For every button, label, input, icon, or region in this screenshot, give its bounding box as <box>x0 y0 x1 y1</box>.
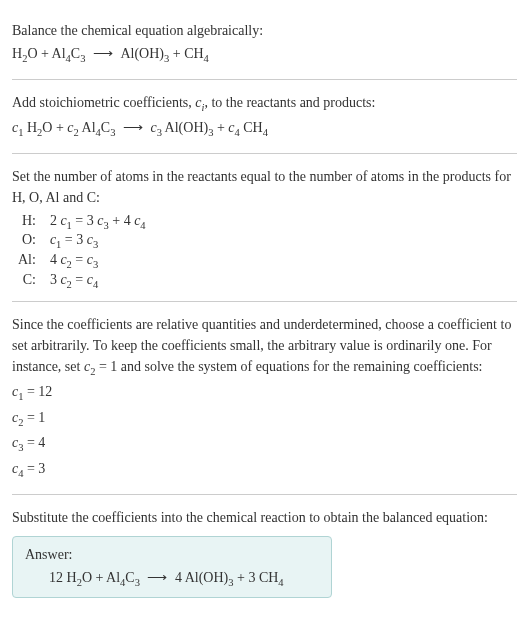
intro-equation: H2O + Al4C3 ⟶ Al(OH)3 + CH4 <box>12 43 517 67</box>
arrow-icon: ⟶ <box>85 46 120 61</box>
eq-text: H <box>23 120 37 135</box>
stoich-equation: c1 H2O + c2 Al4C3 ⟶ c3 Al(OH)3 + c4 CH4 <box>12 117 517 141</box>
stoich-text: Add stoichiometric coefficients, ci, to … <box>12 92 517 116</box>
eq-text: Al(OH) <box>162 120 208 135</box>
atoms-text: Set the number of atoms in the reactants… <box>12 166 517 208</box>
stoich-section: Add stoichiometric coefficients, ci, to … <box>12 80 517 153</box>
eq-text: C <box>71 46 80 61</box>
arrow-icon: ⟶ <box>140 570 175 585</box>
table-row: O: c1 = 3 c3 <box>12 231 152 251</box>
table-row: C: 3 c2 = c4 <box>12 271 152 291</box>
eq-text: Al(OH) <box>120 46 164 61</box>
eq-text: + <box>213 120 228 135</box>
atom-label: H: <box>12 212 44 232</box>
eq-text: Al <box>79 120 96 135</box>
coeff-line: c1 = 12 <box>12 381 517 405</box>
solve-text: Since the coefficients are relative quan… <box>12 314 517 380</box>
answer-label: Answer: <box>25 547 319 563</box>
eq-text: + CH <box>169 46 203 61</box>
subst-text: Substitute the coefficients into the che… <box>12 507 517 528</box>
table-row: H: 2 c1 = 3 c3 + 4 c4 <box>12 212 152 232</box>
text: , to the reactants and products: <box>204 95 375 110</box>
eq-sub: 4 <box>263 127 268 138</box>
eq-sub: 4 <box>204 53 209 64</box>
eq-text: C <box>101 120 110 135</box>
eq-text: O + <box>42 120 67 135</box>
atom-balance-table: H: 2 c1 = 3 c3 + 4 c4 O: c1 = 3 c3 Al: 4… <box>12 212 152 291</box>
answer-section: Substitute the coefficients into the che… <box>12 495 517 609</box>
text: Add stoichiometric coefficients, <box>12 95 195 110</box>
intro-section: Balance the chemical equation algebraica… <box>12 8 517 79</box>
atom-label: Al: <box>12 251 44 271</box>
atom-label: O: <box>12 231 44 251</box>
atom-equation: 2 c1 = 3 c3 + 4 c4 <box>44 212 152 232</box>
eq-text: O + Al <box>27 46 65 61</box>
coeff-line: c3 = 4 <box>12 432 517 456</box>
atom-equation: 4 c2 = c3 <box>44 251 152 271</box>
answer-box: Answer: 12 H2O + Al4C3 ⟶ 4 Al(OH)3 + 3 C… <box>12 536 332 599</box>
solve-section: Since the coefficients are relative quan… <box>12 302 517 494</box>
table-row: Al: 4 c2 = c3 <box>12 251 152 271</box>
atom-equation: 3 c2 = c4 <box>44 271 152 291</box>
atom-equation: c1 = 3 c3 <box>44 231 152 251</box>
coeff-line: c4 = 3 <box>12 458 517 482</box>
atom-label: C: <box>12 271 44 291</box>
eq-text: H <box>12 46 22 61</box>
eq-text: CH <box>240 120 263 135</box>
arrow-icon: ⟶ <box>115 120 150 135</box>
atoms-section: Set the number of atoms in the reactants… <box>12 154 517 301</box>
intro-title: Balance the chemical equation algebraica… <box>12 20 517 41</box>
coeff-line: c2 = 1 <box>12 407 517 431</box>
answer-equation: 12 H2O + Al4C3 ⟶ 4 Al(OH)3 + 3 CH4 <box>25 569 319 588</box>
